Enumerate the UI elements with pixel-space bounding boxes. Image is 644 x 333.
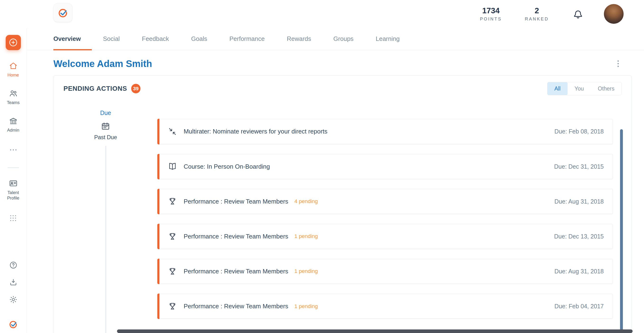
action-title: Performance : Review Team Members bbox=[184, 268, 288, 275]
pending-actions-header: PENDING ACTIONS 39 AllYouOthers bbox=[54, 76, 632, 101]
top-header: 1734 POINTS 2 RANKED bbox=[0, 0, 644, 28]
action-title: Performance : Review Team Members bbox=[184, 302, 288, 310]
pending-actions-title: PENDING ACTIONS bbox=[64, 85, 127, 92]
pending-actions-card: PENDING ACTIONS 39 AllYouOthers Due Past… bbox=[54, 76, 632, 333]
pending-action-row[interactable]: Performance : Review Team Members 1 pend… bbox=[158, 294, 613, 319]
timeline-due-label: Due bbox=[100, 110, 111, 116]
multirater-icon bbox=[168, 127, 178, 137]
performance-icon bbox=[168, 266, 178, 276]
action-title: Performance : Review Team Members bbox=[184, 198, 288, 205]
timeline-past-due-label: Past Due bbox=[92, 134, 119, 141]
horizontal-scrollbar-thumb[interactable] bbox=[117, 329, 632, 333]
rank-label: RANKED bbox=[525, 17, 549, 22]
settings-gear-icon[interactable] bbox=[9, 295, 18, 304]
talent-profile-card-icon bbox=[9, 179, 18, 188]
sidebar-item-talent-profile[interactable]: Talent Profile bbox=[2, 179, 25, 201]
page-title: Welcome Adam Smith bbox=[54, 59, 614, 69]
tab-feedback[interactable]: Feedback bbox=[131, 28, 180, 50]
sidebar-item-admin[interactable]: Admin bbox=[2, 116, 25, 133]
teams-people-icon bbox=[9, 89, 18, 98]
action-due-date: Due: Feb 08, 2018 bbox=[546, 128, 604, 135]
page-header: Welcome Adam Smith bbox=[54, 59, 632, 69]
course-icon bbox=[168, 162, 178, 171]
action-pending-count: 1 pending bbox=[294, 268, 318, 274]
performance-icon bbox=[168, 196, 178, 206]
sidebar-item-label: Talent Profile bbox=[2, 190, 25, 201]
filter-others[interactable]: Others bbox=[591, 82, 622, 95]
notifications-bell-icon[interactable] bbox=[572, 8, 584, 20]
apps-grid-icon bbox=[9, 214, 17, 222]
admin-bank-icon bbox=[9, 116, 18, 125]
help-icon[interactable] bbox=[9, 261, 18, 269]
pending-action-row[interactable]: Performance : Review Team Members 1 pend… bbox=[158, 224, 613, 249]
performance-icon bbox=[168, 232, 178, 241]
sidebar-more-button[interactable] bbox=[9, 145, 18, 154]
tab-bar: OverviewSocialFeedbackGoalsPerformanceRe… bbox=[27, 28, 644, 50]
filter-you[interactable]: You bbox=[568, 82, 591, 95]
plus-icon bbox=[8, 38, 18, 48]
pending-action-row[interactable]: Course: In Person On-Boarding Due: Dec 3… bbox=[158, 154, 613, 179]
avatar[interactable] bbox=[604, 4, 624, 24]
performance-icon bbox=[168, 301, 178, 311]
add-button[interactable] bbox=[6, 35, 21, 50]
sidebar-divider bbox=[8, 167, 19, 168]
sidebar-item-label: Teams bbox=[7, 100, 20, 106]
tab-overview[interactable]: Overview bbox=[54, 28, 92, 50]
action-due-date: Due: Aug 31, 2018 bbox=[546, 198, 604, 205]
filter-segmented-control: AllYouOthers bbox=[547, 82, 622, 96]
tab-rewards[interactable]: Rewards bbox=[276, 28, 322, 50]
tab-goals[interactable]: Goals bbox=[180, 28, 218, 50]
points-value: 1734 bbox=[480, 7, 502, 15]
tab-social[interactable]: Social bbox=[92, 28, 131, 50]
timeline-vertical-line bbox=[105, 146, 106, 333]
sidebar-item-teams[interactable]: Teams bbox=[2, 89, 25, 105]
action-due-date: Due: Feb 04, 2017 bbox=[546, 303, 604, 310]
pending-action-row[interactable]: Performance : Review Team Members 1 pend… bbox=[158, 259, 613, 284]
action-due-date: Due: Dec 13, 2015 bbox=[546, 233, 604, 240]
pending-actions-list: Multirater: Nominate reviewers for your … bbox=[158, 101, 632, 333]
action-title: Performance : Review Team Members bbox=[184, 233, 288, 240]
sidebar: Home Teams Admin bbox=[0, 28, 27, 333]
sidebar-item-label: Home bbox=[8, 73, 19, 78]
brand-swoosh-icon bbox=[8, 319, 18, 330]
main-content: OverviewSocialFeedbackGoalsPerformanceRe… bbox=[27, 28, 644, 333]
apps-grid-button[interactable] bbox=[9, 214, 17, 222]
rank-value: 2 bbox=[525, 7, 549, 15]
points-label: POINTS bbox=[480, 17, 502, 22]
pending-action-row[interactable]: Performance : Review Team Members 4 pend… bbox=[158, 189, 613, 214]
tab-learning[interactable]: Learning bbox=[365, 28, 411, 50]
horizontal-scrollbar bbox=[0, 329, 644, 333]
due-timeline: Due Past Due bbox=[54, 101, 158, 333]
calendar-icon bbox=[100, 121, 110, 131]
action-due-date: Due: Dec 31, 2015 bbox=[546, 163, 604, 170]
sidebar-item-label: Admin bbox=[7, 128, 19, 133]
download-icon[interactable] bbox=[9, 278, 18, 286]
brand-swoosh-icon bbox=[57, 7, 69, 19]
pending-action-row[interactable]: Multirater: Nominate reviewers for your … bbox=[158, 119, 613, 144]
vertical-scrollbar-thumb[interactable] bbox=[620, 129, 623, 333]
pending-count-badge: 39 bbox=[131, 84, 141, 93]
more-dots-icon bbox=[9, 145, 18, 154]
action-pending-count: 1 pending bbox=[294, 233, 318, 239]
action-title: Course: In Person On-Boarding bbox=[184, 163, 270, 170]
rank-stat: 2 RANKED bbox=[525, 7, 549, 22]
pending-actions-body: Due Past Due Multirater: Nominate review… bbox=[54, 101, 632, 333]
action-pending-count: 4 pending bbox=[294, 198, 318, 204]
tab-groups[interactable]: Groups bbox=[322, 28, 365, 50]
action-due-date: Due: Aug 31, 2018 bbox=[546, 268, 604, 275]
app-logo[interactable] bbox=[54, 3, 72, 22]
page-menu-kebab-icon[interactable] bbox=[614, 59, 624, 69]
home-icon bbox=[9, 61, 18, 70]
action-title: Multirater: Nominate reviewers for your … bbox=[184, 128, 328, 135]
filter-all[interactable]: All bbox=[548, 82, 568, 95]
action-pending-count: 1 pending bbox=[294, 303, 318, 309]
sidebar-bottom-group bbox=[8, 261, 18, 333]
sidebar-item-home[interactable]: Home bbox=[2, 61, 25, 78]
points-stat: 1734 POINTS bbox=[480, 7, 502, 22]
tab-performance[interactable]: Performance bbox=[218, 28, 276, 50]
